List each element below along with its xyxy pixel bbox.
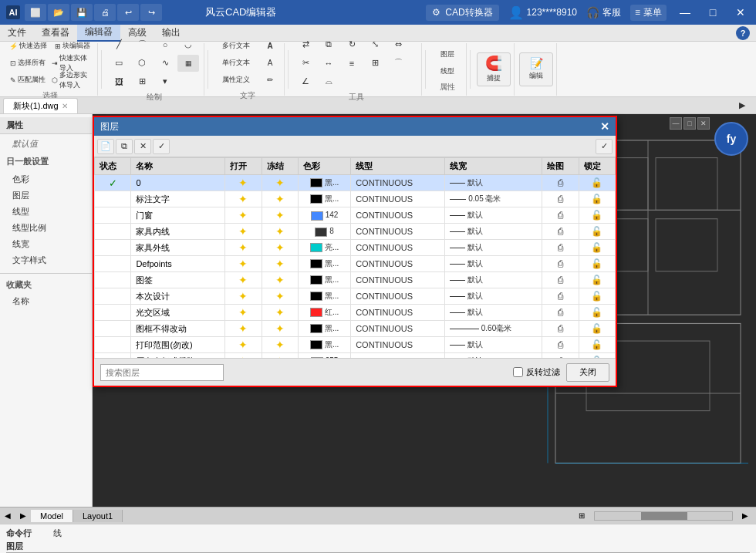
undo-btn[interactable]: ↩ bbox=[117, 4, 139, 21]
table-row[interactable]: 图签 ✦ ✦ 黑... CONTINUOUS 默认 ⎙ 🔓 bbox=[95, 272, 616, 288]
array-btn[interactable]: ⊞ bbox=[364, 55, 386, 72]
layer-delete-btn[interactable]: ✕ bbox=[134, 139, 151, 154]
view-toggle-btn[interactable]: ⊞ bbox=[574, 508, 589, 524]
cell-linetype[interactable]: CONTINUOUS bbox=[351, 240, 445, 256]
tab-model[interactable]: Model bbox=[31, 510, 73, 522]
mtext-btn[interactable]: 多行文本 bbox=[214, 38, 258, 55]
open-file-btn[interactable]: 📂 bbox=[48, 4, 69, 21]
cell-linetype[interactable]: CONTINUOUS bbox=[351, 207, 445, 224]
cad-maximize-btn[interactable]: □ bbox=[683, 117, 696, 130]
cell-plot[interactable]: ⎙ bbox=[542, 175, 579, 191]
table-row[interactable]: ✓ 0 ✦ ✦ 黑... CONTINUOUS 默认 ⎙ 🔓 bbox=[95, 175, 616, 191]
cell-lock[interactable]: 🔓 bbox=[579, 240, 615, 256]
tab-next-btn[interactable]: ▶ bbox=[15, 508, 31, 524]
new-file-btn[interactable]: ⬜ bbox=[25, 4, 46, 21]
cell-name[interactable]: 标注文字 bbox=[131, 191, 225, 207]
cell-lock[interactable]: 🔓 bbox=[579, 175, 615, 191]
edit-btn[interactable]: 📝 编辑 bbox=[519, 52, 553, 86]
layer-new-btn[interactable]: 📄 bbox=[97, 139, 114, 154]
sidebar-name[interactable]: 名称 bbox=[0, 293, 92, 309]
cell-freeze[interactable]: ✦ bbox=[262, 224, 298, 240]
trim-btn[interactable]: ✂ bbox=[295, 55, 316, 72]
cell-color[interactable]: 黑... bbox=[298, 288, 350, 305]
cell-freeze[interactable]: ✦ bbox=[262, 321, 298, 337]
extend-btn[interactable]: ↔ bbox=[318, 55, 339, 72]
cell-open[interactable]: ✦ bbox=[225, 272, 262, 288]
layer-current-btn[interactable]: ✓ bbox=[153, 139, 170, 154]
cell-linetype[interactable]: CONTINUOUS bbox=[351, 272, 445, 288]
cell-lock[interactable]: 🔓 bbox=[579, 191, 615, 207]
line-btn[interactable]: ╱ bbox=[108, 36, 130, 53]
move-btn[interactable]: ⇄ bbox=[295, 36, 316, 53]
minimize-btn[interactable]: — bbox=[676, 5, 694, 20]
service-btn[interactable]: 🎧 客服 bbox=[586, 6, 621, 19]
dialog-close-btn[interactable]: ✕ bbox=[600, 120, 609, 133]
cad-converter-btn[interactable]: ⚙ CAD转换器 bbox=[426, 5, 498, 21]
select-all-btn[interactable]: ⊡选择所有 bbox=[6, 55, 49, 72]
table-row[interactable]: 本次设计 ✦ ✦ 黑... CONTINUOUS 默认 ⎙ 🔓 bbox=[95, 288, 616, 305]
cell-lock[interactable]: 🔓 bbox=[579, 288, 615, 305]
cad-minimize-btn[interactable]: — bbox=[670, 117, 682, 130]
stext-btn[interactable]: 单行文本 bbox=[214, 55, 258, 72]
more-draw-btn[interactable]: ▾ bbox=[154, 73, 176, 90]
cell-color[interactable]: 黑... bbox=[298, 337, 350, 353]
cell-linewidth[interactable]: 默认 bbox=[444, 288, 542, 305]
cell-color[interactable]: 亮... bbox=[298, 240, 350, 256]
layer-copy-btn[interactable]: ⧉ bbox=[116, 139, 133, 154]
rotate-btn[interactable]: ↻ bbox=[341, 36, 363, 53]
cell-color[interactable]: 红... bbox=[298, 305, 350, 321]
cell-name[interactable]: 本次设计 bbox=[131, 288, 225, 305]
cell-open[interactable]: ✦ bbox=[225, 288, 262, 305]
cell-linewidth[interactable]: 默认 bbox=[444, 337, 542, 353]
match-attr-btn[interactable]: ✎匹配属性 bbox=[6, 72, 49, 89]
cell-name[interactable]: 家具外线 bbox=[131, 240, 225, 256]
cell-freeze[interactable]: ✦ bbox=[262, 272, 298, 288]
cell-linewidth[interactable]: 0.05 毫米 bbox=[444, 191, 542, 207]
cell-linetype[interactable]: CONTINUOUS bbox=[351, 337, 445, 353]
quick-import-btn[interactable]: ⇥快速实体导入 bbox=[51, 55, 94, 72]
cell-name[interactable]: 打印范围(勿改) bbox=[131, 337, 225, 353]
cell-linetype[interactable]: CONTINUOUS bbox=[351, 288, 445, 305]
tab-prev-btn[interactable]: ◀ bbox=[0, 508, 15, 524]
sidebar-linetype[interactable]: 线型 bbox=[0, 204, 92, 220]
mirror-btn[interactable]: ⇔ bbox=[387, 36, 409, 53]
cell-lock[interactable]: 🔓 bbox=[579, 321, 615, 337]
dialog-close-footer-btn[interactable]: 关闭 bbox=[566, 363, 609, 382]
scroll-bar[interactable] bbox=[594, 511, 733, 521]
cell-linewidth[interactable]: 默认 bbox=[444, 240, 542, 256]
cell-plot[interactable]: ⎙ bbox=[542, 305, 579, 321]
layer-ok-btn[interactable]: ✓ bbox=[596, 139, 613, 154]
table-row[interactable]: 家具外线 ✦ ✦ 亮... CONTINUOUS 默认 ⎙ 🔓 bbox=[95, 240, 616, 256]
hatch-btn[interactable]: ▦ bbox=[177, 55, 199, 72]
block-editor-btn[interactable]: ⊞块编辑器 bbox=[51, 38, 94, 55]
sidebar-layer[interactable]: 图层 bbox=[0, 187, 92, 204]
menu-btn[interactable]: ≡ 菜单 bbox=[630, 5, 667, 21]
sidebar-linewidth[interactable]: 线宽 bbox=[0, 236, 92, 252]
cell-open[interactable]: ✦ bbox=[225, 321, 262, 337]
table-row[interactable]: 图框不得改动 ✦ ✦ 黑... CONTINUOUS 0.60毫米 ⎙ 🔓 bbox=[95, 321, 616, 337]
maximize-btn[interactable]: □ bbox=[704, 5, 722, 20]
cell-name[interactable]: 光交区域 bbox=[131, 305, 225, 321]
redo-btn[interactable]: ↪ bbox=[140, 4, 162, 21]
cell-freeze[interactable]: ✦ bbox=[262, 256, 298, 272]
table-row[interactable]: Defpoints ✦ ✦ 黑... CONTINUOUS 默认 ⎙ 🔓 bbox=[95, 256, 616, 272]
cell-lock[interactable]: 🔓 bbox=[579, 337, 615, 353]
offset-btn[interactable]: ≡ bbox=[341, 55, 363, 72]
cell-name[interactable]: 门窗 bbox=[131, 207, 225, 224]
cell-open[interactable]: ✦ bbox=[225, 305, 262, 321]
cell-linetype[interactable]: CONTINUOUS bbox=[351, 191, 445, 207]
cell-color[interactable]: 黑... bbox=[298, 256, 350, 272]
rect-btn[interactable]: ▭ bbox=[108, 55, 130, 72]
tab-layout1[interactable]: Layout1 bbox=[73, 510, 123, 522]
table-row[interactable]: 打印范围(勿改) ✦ ✦ 黑... CONTINUOUS 默认 ⎙ 🔓 bbox=[95, 337, 616, 353]
linetype-panel-btn[interactable]: 线型 bbox=[432, 63, 463, 80]
cell-color[interactable]: 黑... bbox=[298, 321, 350, 337]
cell-open[interactable]: ✦ bbox=[225, 207, 262, 224]
file-tab-0[interactable]: 新块(1).dwg ✕ bbox=[3, 98, 78, 113]
print-btn[interactable]: 🖨 bbox=[94, 4, 116, 21]
sidebar-textstyle[interactable]: 文字样式 bbox=[0, 252, 92, 268]
cell-plot[interactable]: ⎙ bbox=[542, 191, 579, 207]
table-row[interactable]: 标注文字 ✦ ✦ 黑... CONTINUOUS 0.05 毫米 ⎙ 🔓 bbox=[95, 191, 616, 207]
cell-linetype[interactable]: CONTINUOUS bbox=[351, 175, 445, 191]
chamfer-btn[interactable]: ∠ bbox=[295, 73, 316, 90]
